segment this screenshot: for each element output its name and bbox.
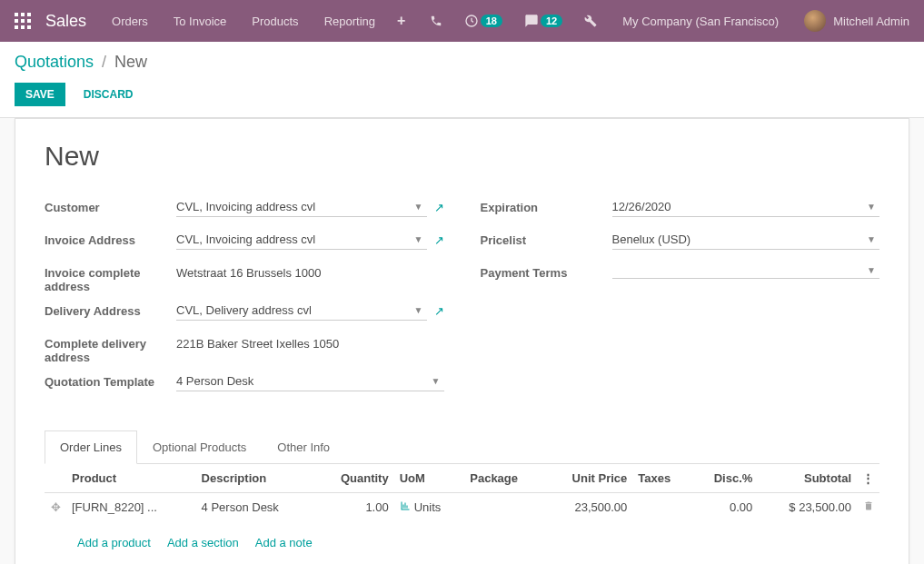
cell-package[interactable] bbox=[464, 493, 543, 522]
form-columns: Customer CVL, Invoicing address cvl ▼ ↗ … bbox=[45, 197, 879, 404]
col-subtotal[interactable]: Subtotal bbox=[758, 464, 857, 493]
chevron-down-icon[interactable]: ▼ bbox=[863, 265, 879, 275]
activities-icon[interactable]: 18 bbox=[457, 8, 510, 34]
svg-rect-8 bbox=[27, 25, 31, 29]
cell-quantity[interactable]: 1.00 bbox=[315, 493, 394, 522]
tab-optional-products[interactable]: Optional Products bbox=[137, 430, 262, 464]
cell-taxes[interactable] bbox=[632, 493, 691, 522]
svg-rect-3 bbox=[15, 19, 18, 23]
sheet-background: New Customer CVL, Invoicing address cvl … bbox=[0, 118, 924, 564]
external-link-icon[interactable]: ↗ bbox=[434, 233, 444, 247]
expiration-field[interactable]: 12/26/2020 ▼ bbox=[612, 197, 880, 217]
external-link-icon[interactable]: ↗ bbox=[434, 304, 444, 318]
chevron-down-icon[interactable]: ▼ bbox=[411, 234, 427, 244]
breadcrumb-sep: / bbox=[102, 53, 106, 71]
action-buttons: SAVE DISCARD bbox=[15, 83, 909, 106]
delivery-complete-value: 221B Baker Street Ixelles 1050 bbox=[176, 333, 444, 351]
cell-uom[interactable]: Units bbox=[394, 493, 465, 522]
pricelist-field[interactable]: Benelux (USD) ▼ bbox=[612, 230, 880, 250]
quotation-template-label: Quotation Template bbox=[45, 371, 176, 389]
delivery-address-field[interactable]: CVL, Delivery address cvl ▼ bbox=[176, 301, 427, 321]
chevron-down-icon[interactable]: ▼ bbox=[411, 202, 427, 212]
notebook-tabs: Order Lines Optional Products Other Info bbox=[45, 430, 879, 464]
menu-reporting[interactable]: Reporting bbox=[313, 7, 386, 35]
svg-rect-6 bbox=[15, 25, 18, 29]
tab-order-lines[interactable]: Order Lines bbox=[45, 430, 137, 464]
svg-rect-1 bbox=[21, 13, 25, 16]
cell-unit-price[interactable]: 23,500.00 bbox=[543, 493, 632, 522]
invoice-complete-value: Wetstraat 16 Brussels 1000 bbox=[176, 262, 444, 280]
navbar-right: 18 12 My Company (San Francisco) Mitchel… bbox=[422, 6, 917, 35]
user-name: Mitchell Admin bbox=[833, 15, 909, 28]
delivery-complete-label: Complete delivery address bbox=[45, 333, 176, 364]
payment-terms-field[interactable]: ▼ bbox=[612, 262, 880, 279]
customer-field[interactable]: CVL, Invoicing address cvl ▼ bbox=[176, 197, 427, 217]
add-section-link[interactable]: Add a section bbox=[167, 536, 239, 549]
save-button[interactable]: SAVE bbox=[15, 83, 65, 106]
col-package[interactable]: Package bbox=[464, 464, 543, 493]
invoice-address-field[interactable]: CVL, Invoicing address cvl ▼ bbox=[176, 230, 427, 250]
user-menu[interactable]: Mitchell Admin bbox=[797, 6, 917, 35]
pricelist-label: Pricelist bbox=[481, 230, 612, 247]
apps-icon[interactable] bbox=[7, 5, 38, 36]
control-panel: Quotations / New SAVE DISCARD bbox=[0, 42, 924, 118]
avatar bbox=[804, 10, 826, 32]
col-description[interactable]: Description bbox=[196, 464, 315, 493]
drag-handle-icon[interactable]: ✥ bbox=[45, 493, 66, 522]
payment-terms-label: Payment Terms bbox=[481, 262, 612, 280]
add-product-link[interactable]: Add a product bbox=[77, 536, 151, 549]
expiration-label: Expiration bbox=[481, 197, 612, 214]
svg-rect-4 bbox=[21, 19, 25, 23]
app-brand[interactable]: Sales bbox=[45, 12, 86, 31]
activities-badge: 18 bbox=[481, 15, 502, 27]
menu-to-invoice[interactable]: To Invoice bbox=[163, 7, 238, 35]
delete-row-icon[interactable] bbox=[857, 493, 879, 522]
quotation-template-field[interactable]: 4 Person Desk ▼ bbox=[176, 371, 444, 391]
col-quantity[interactable]: Quantity bbox=[315, 464, 394, 493]
order-lines-table: Product Description Quantity UoM Package… bbox=[45, 464, 879, 564]
chevron-down-icon[interactable]: ▼ bbox=[863, 202, 879, 212]
menu-orders[interactable]: Orders bbox=[101, 7, 159, 35]
breadcrumb: Quotations / New bbox=[15, 53, 909, 72]
main-menu: Orders To Invoice Products Reporting bbox=[101, 7, 386, 35]
external-link-icon[interactable]: ↗ bbox=[434, 201, 444, 214]
breadcrumb-current: New bbox=[114, 53, 147, 71]
table-row[interactable]: ✥ [FURN_8220] ... 4 Person Desk 1.00 Uni… bbox=[45, 493, 879, 522]
svg-rect-7 bbox=[21, 25, 25, 29]
cell-description[interactable]: 4 Person Desk bbox=[196, 493, 315, 522]
new-menu-icon[interactable]: + bbox=[386, 5, 416, 36]
form-right-column: Expiration 12/26/2020 ▼ Pricelist Benelu… bbox=[481, 197, 880, 404]
top-navbar: Sales Orders To Invoice Products Reporti… bbox=[0, 0, 924, 42]
menu-products[interactable]: Products bbox=[241, 7, 309, 35]
messages-icon[interactable]: 12 bbox=[517, 8, 570, 34]
page-title: New bbox=[45, 141, 879, 172]
cell-product[interactable]: [FURN_8220] ... bbox=[66, 493, 196, 522]
breadcrumb-root[interactable]: Quotations bbox=[15, 53, 94, 71]
tools-icon[interactable] bbox=[577, 9, 604, 33]
col-taxes[interactable]: Taxes bbox=[632, 464, 691, 493]
phone-icon[interactable] bbox=[422, 9, 450, 33]
form-sheet: New Customer CVL, Invoicing address cvl … bbox=[15, 118, 909, 564]
col-unit-price[interactable]: Unit Price bbox=[543, 464, 632, 493]
company-selector[interactable]: My Company (San Francisco) bbox=[611, 7, 790, 35]
add-note-link[interactable]: Add a note bbox=[255, 536, 313, 549]
col-uom[interactable]: UoM bbox=[394, 464, 465, 493]
svg-rect-5 bbox=[27, 19, 31, 23]
col-disc[interactable]: Disc.% bbox=[691, 464, 759, 493]
tab-other-info[interactable]: Other Info bbox=[262, 430, 345, 464]
cell-disc[interactable]: 0.00 bbox=[691, 493, 759, 522]
chevron-down-icon[interactable]: ▼ bbox=[428, 376, 444, 386]
messages-badge: 12 bbox=[541, 15, 562, 27]
col-product[interactable]: Product bbox=[66, 464, 196, 493]
chart-icon[interactable] bbox=[400, 500, 411, 514]
more-columns-icon[interactable]: ⋮ bbox=[857, 464, 879, 493]
customer-label: Customer bbox=[45, 197, 176, 214]
invoice-address-label: Invoice Address bbox=[45, 230, 176, 247]
svg-rect-0 bbox=[15, 13, 18, 16]
chevron-down-icon[interactable]: ▼ bbox=[411, 305, 427, 315]
discard-button[interactable]: DISCARD bbox=[73, 83, 144, 106]
svg-rect-2 bbox=[27, 13, 31, 16]
cell-subtotal: $ 23,500.00 bbox=[758, 493, 857, 522]
chevron-down-icon[interactable]: ▼ bbox=[863, 234, 879, 244]
form-left-column: Customer CVL, Invoicing address cvl ▼ ↗ … bbox=[45, 197, 444, 404]
